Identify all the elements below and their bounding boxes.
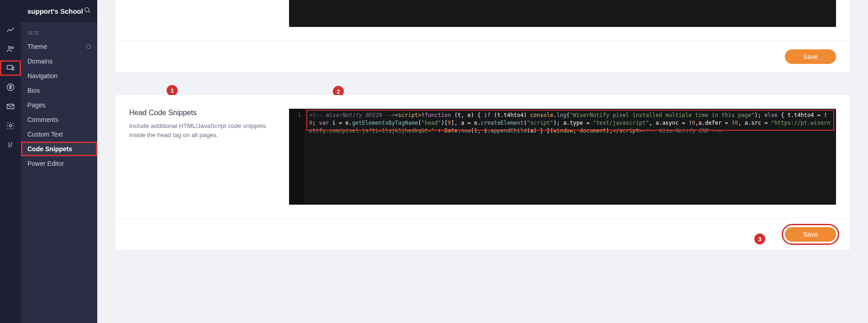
sidebar-item-navigation[interactable]: Navigation: [21, 69, 97, 83]
svg-point-1: [11, 47, 13, 48]
lines-icon: [6, 140, 15, 149]
sidebar-item-label: Pages: [27, 101, 46, 109]
gear-icon: [6, 121, 15, 130]
svg-line-10: [89, 11, 90, 13]
rail-site[interactable]: [0, 60, 21, 76]
search-icon[interactable]: [84, 6, 91, 16]
head-snippets-card: Head Code Snippets Include additional HT…: [116, 95, 850, 250]
sidebar-item-label: Bios: [27, 87, 40, 94]
sidebar-item-pages[interactable]: Pages: [21, 98, 97, 112]
sidebar-section-label: SITE: [21, 22, 97, 39]
devices-icon: [6, 64, 15, 73]
rail-analytics[interactable]: [0, 22, 21, 37]
section-description: Include additional HTML/JavaScript code …: [129, 122, 275, 140]
sidebar-item-bios[interactable]: Bios: [21, 83, 97, 98]
annotation-badge-1: 1: [167, 85, 178, 96]
people-icon: [6, 44, 15, 53]
rail-more[interactable]: [0, 137, 21, 153]
main-content: 1 2 Save Head Code Snippets Include addi…: [97, 0, 868, 323]
sidebar-item-label: Power Editor: [27, 160, 64, 167]
svg-point-6: [10, 125, 12, 127]
save-button-prev[interactable]: Save: [785, 49, 836, 64]
status-ring-icon: [86, 44, 91, 49]
sidebar-item-label: Custom Text: [27, 131, 63, 138]
sidebar-item-label: Navigation: [27, 72, 58, 79]
svg-rect-2: [7, 65, 13, 69]
sidebar-item-code-snippets[interactable]: Code Snippets: [21, 142, 97, 156]
card-footer-prev: Save: [116, 41, 850, 72]
head-code-editor[interactable]: 1 <!-- WiserNotify BEGIN --><script>!fun…: [289, 109, 836, 205]
svg-rect-3: [12, 67, 14, 70]
sidebar-item-label: Theme: [27, 43, 47, 50]
code-content[interactable]: <!-- WiserNotify BEGIN --><script>!funct…: [289, 109, 836, 139]
sidebar-item-label: Code Snippets: [27, 145, 72, 153]
svg-point-0: [8, 46, 11, 48]
sidebar: support's School SITE Theme Domains Navi…: [21, 0, 97, 323]
annotation-badge-3: 3: [754, 233, 765, 244]
sidebar-item-comments[interactable]: Comments: [21, 112, 97, 127]
code-editor-prev[interactable]: [289, 0, 836, 27]
svg-point-9: [85, 8, 89, 12]
app-title: support's School: [27, 7, 83, 15]
icon-rail: [0, 0, 21, 323]
currency-icon: [6, 83, 15, 92]
sidebar-item-power-editor[interactable]: Power Editor: [21, 156, 97, 171]
save-button-head[interactable]: Save: [785, 227, 836, 242]
section-title: Head Code Snippets: [129, 109, 275, 117]
rail-people[interactable]: [0, 41, 21, 57]
svg-line-8: [11, 142, 12, 147]
previous-snippet-card: Save: [116, 0, 850, 72]
sidebar-item-custom-text[interactable]: Custom Text: [21, 127, 97, 142]
card-footer-head: 3 Save: [116, 218, 850, 250]
rail-settings[interactable]: [0, 118, 21, 133]
sidebar-header: support's School: [21, 0, 97, 22]
sidebar-item-label: Domains: [27, 58, 53, 65]
chart-line-icon: [6, 25, 15, 34]
sidebar-item-theme[interactable]: Theme: [21, 39, 97, 54]
mail-icon: [6, 102, 15, 111]
rail-sales[interactable]: [0, 79, 21, 95]
sidebar-item-domains[interactable]: Domains: [21, 54, 97, 69]
rail-email[interactable]: [0, 99, 21, 114]
sidebar-item-label: Comments: [27, 116, 58, 123]
